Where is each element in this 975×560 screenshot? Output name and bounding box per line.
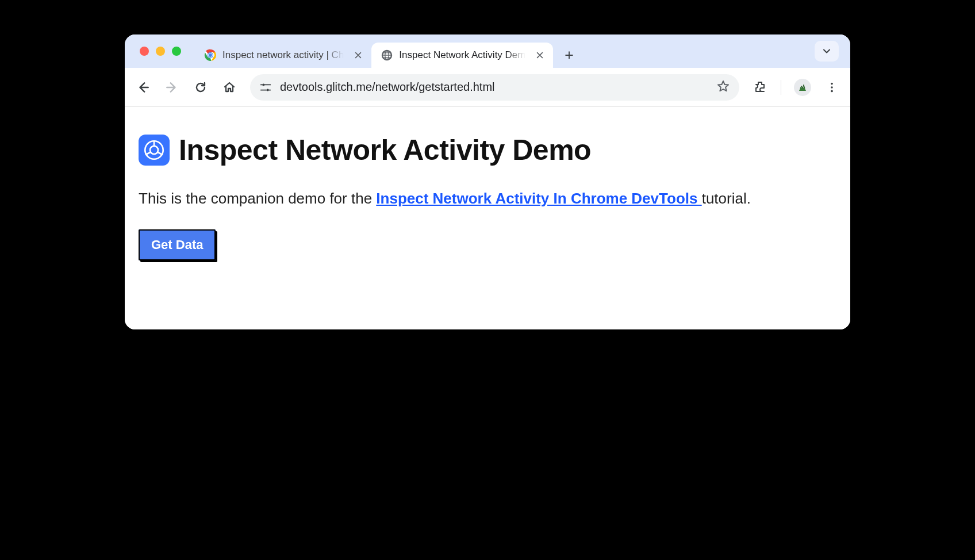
svg-point-3 (209, 53, 212, 57)
tab-active[interactable]: Inspect Network Activity Dem (371, 43, 553, 68)
chrome-badge-icon (139, 135, 170, 166)
tab-title: Inspect Network Activity Dem (399, 49, 525, 61)
svg-point-13 (831, 90, 833, 92)
svg-point-15 (150, 146, 158, 154)
tab-inactive[interactable]: Inspect network activity | Ch (195, 43, 371, 68)
page-heading: Inspect Network Activity Demo (179, 133, 591, 167)
reload-button[interactable] (193, 79, 209, 95)
forward-button[interactable] (164, 79, 180, 95)
profile-avatar[interactable] (794, 79, 811, 96)
home-button[interactable] (221, 79, 237, 95)
new-tab-button[interactable] (559, 45, 579, 66)
title-row: Inspect Network Activity Demo (139, 133, 836, 167)
tab-strip: Inspect network activity | Ch Inspect Ne… (125, 34, 850, 68)
window-controls (132, 34, 195, 68)
maximize-window-button[interactable] (172, 47, 181, 56)
toolbar-right (752, 79, 840, 96)
menu-icon[interactable] (824, 79, 840, 95)
address-bar[interactable]: devtools.glitch.me/network/getstarted.ht… (250, 74, 739, 101)
desc-suffix: tutorial. (702, 190, 751, 207)
extensions-icon[interactable] (752, 79, 768, 95)
minimize-window-button[interactable] (156, 47, 165, 56)
page-description: This is the companion demo for the Inspe… (139, 189, 836, 209)
tutorial-link[interactable]: Inspect Network Activity In Chrome DevTo… (376, 190, 701, 207)
back-button[interactable] (135, 79, 151, 95)
toolbar-divider (781, 80, 781, 95)
site-settings-icon[interactable] (259, 81, 272, 94)
close-window-button[interactable] (140, 47, 149, 56)
close-tab-icon[interactable] (353, 50, 363, 60)
globe-icon (381, 49, 393, 62)
get-data-button[interactable]: Get Data (139, 229, 216, 260)
close-tab-icon[interactable] (535, 50, 545, 60)
tab-title: Inspect network activity | Ch (222, 49, 344, 61)
bookmark-icon[interactable] (716, 79, 730, 95)
browser-window: Inspect network activity | Ch Inspect Ne… (125, 34, 850, 329)
tabs-dropdown-button[interactable] (815, 41, 839, 62)
svg-point-12 (831, 86, 833, 89)
desc-prefix: This is the companion demo for the (139, 190, 376, 207)
svg-point-11 (831, 82, 833, 85)
url-text: devtools.glitch.me/network/getstarted.ht… (280, 80, 708, 94)
page-content: Inspect Network Activity Demo This is th… (125, 107, 850, 329)
toolbar: devtools.glitch.me/network/getstarted.ht… (125, 68, 850, 107)
chrome-logo-icon (204, 49, 217, 62)
